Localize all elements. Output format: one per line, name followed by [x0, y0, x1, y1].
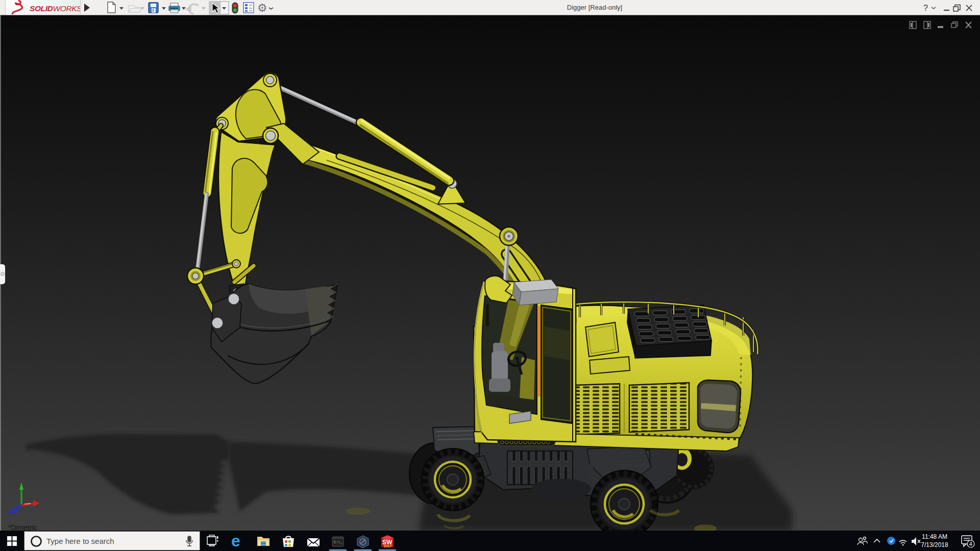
svg-text:WORKS: WORKS: [53, 4, 81, 13]
svg-text:e: e: [231, 532, 240, 550]
svg-text:2017: 2017: [384, 544, 392, 548]
svg-text:C:\_: C:\_: [334, 540, 343, 544]
svg-text:SOLID: SOLID: [30, 4, 53, 13]
svg-text:4: 4: [969, 541, 972, 547]
svg-text:⚙: ⚙: [257, 2, 267, 14]
svg-text:?: ?: [923, 4, 928, 12]
